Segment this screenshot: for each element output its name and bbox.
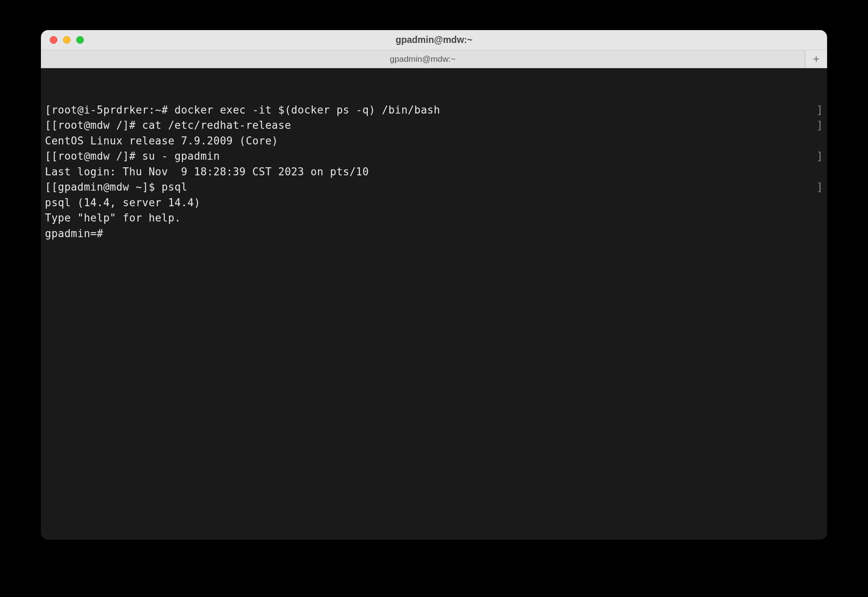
tab-bar: gpadmin@mdw:~ + <box>41 50 827 68</box>
close-icon[interactable] <box>50 36 57 44</box>
terminal-line: [[gpadmin@mdw ~]$ psql] <box>45 179 823 195</box>
traffic-lights <box>41 36 84 44</box>
title-bar: gpadmin@mdw:~ <box>41 30 827 50</box>
terminal-right-bracket: ] <box>817 102 823 118</box>
window-title: gpadmin@mdw:~ <box>395 35 473 45</box>
tab-label: gpadmin@mdw:~ <box>390 54 456 64</box>
terminal-text: psql (14.4, server 14.4) <box>45 195 201 210</box>
terminal-line: Last login: Thu Nov 9 18:28:39 CST 2023 … <box>45 164 823 179</box>
terminal-line: gpadmin=# <box>45 226 823 241</box>
terminal-line: [root@i-5prdrker:~# docker exec -it $(do… <box>45 102 823 118</box>
terminal-window: gpadmin@mdw:~ gpadmin@mdw:~ + [root@i-5p… <box>41 30 827 540</box>
terminal-text: [[root@mdw /]# su - gpadmin <box>45 148 220 164</box>
fullscreen-icon[interactable] <box>76 36 84 44</box>
terminal-text: [root@i-5prdrker:~# docker exec -it $(do… <box>45 102 440 118</box>
terminal-text: Type "help" for help. <box>45 210 181 225</box>
terminal-right-bracket: ] <box>817 118 823 133</box>
terminal-text: [[root@mdw /]# cat /etc/redhat-release <box>45 118 291 133</box>
terminal-right-bracket: ] <box>817 148 823 164</box>
terminal-line: psql (14.4, server 14.4) <box>45 195 823 210</box>
terminal-text: [[gpadmin@mdw ~]$ psql <box>45 179 187 195</box>
terminal-line: Type "help" for help. <box>45 210 823 225</box>
terminal-content[interactable]: [root@i-5prdrker:~# docker exec -it $(do… <box>41 68 827 540</box>
new-tab-button[interactable]: + <box>805 50 827 68</box>
terminal-line: CentOS Linux release 7.9.2009 (Core) <box>45 133 823 148</box>
tab-item[interactable]: gpadmin@mdw:~ <box>41 50 805 68</box>
terminal-line: [[root@mdw /]# su - gpadmin] <box>45 148 823 164</box>
terminal-text: CentOS Linux release 7.9.2009 (Core) <box>45 133 278 148</box>
minimize-icon[interactable] <box>63 36 71 44</box>
terminal-line: [[root@mdw /]# cat /etc/redhat-release] <box>45 118 823 133</box>
terminal-right-bracket: ] <box>817 179 823 195</box>
terminal-text: Last login: Thu Nov 9 18:28:39 CST 2023 … <box>45 164 369 179</box>
plus-icon: + <box>813 53 819 65</box>
terminal-text: gpadmin=# <box>45 226 103 241</box>
